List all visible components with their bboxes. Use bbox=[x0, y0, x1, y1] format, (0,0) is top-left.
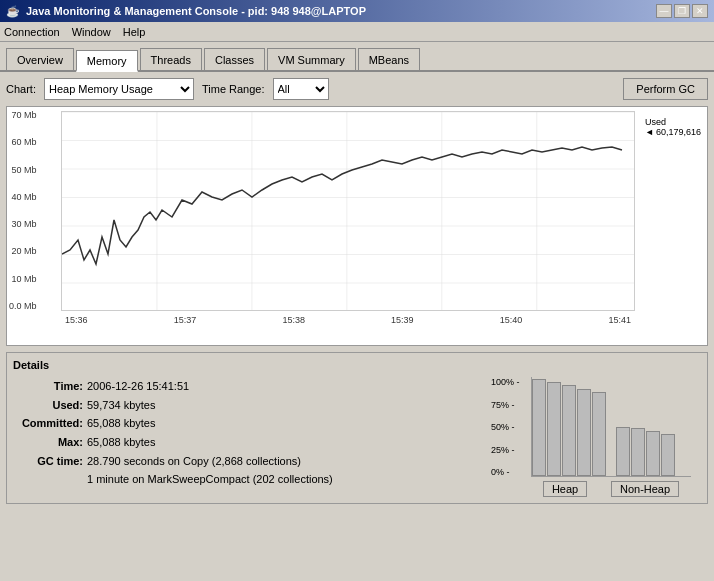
chart-legend: Used ◄ 60,179,616 bbox=[645, 117, 701, 137]
details-bar-charts: 100% - 75% - 50% - 25% - 0% - bbox=[481, 377, 701, 497]
window-title: Java Monitoring & Management Console - p… bbox=[26, 5, 366, 17]
tab-mbeans[interactable]: MBeans bbox=[358, 48, 420, 70]
title-bar-left: ☕ Java Monitoring & Management Console -… bbox=[6, 5, 366, 18]
menu-window[interactable]: Window bbox=[72, 26, 111, 38]
detail-gctime-label: GC time: bbox=[13, 452, 83, 471]
memory-line bbox=[62, 147, 622, 264]
x-label-1537: 15:37 bbox=[174, 315, 197, 325]
detail-max-label: Max: bbox=[13, 433, 83, 452]
heap-bar-4 bbox=[577, 389, 591, 476]
legend-value: 60,179,616 bbox=[656, 127, 701, 137]
tab-overview[interactable]: Overview bbox=[6, 48, 74, 70]
details-info: Time: 2006-12-26 15:41:51 Used: 59,734 k… bbox=[13, 377, 471, 497]
tab-vm-summary[interactable]: VM Summary bbox=[267, 48, 356, 70]
y-label-70: 70 Mb bbox=[9, 111, 41, 120]
detail-gctime2-label bbox=[13, 470, 83, 489]
legend-value-row: ◄ 60,179,616 bbox=[645, 127, 701, 137]
non-heap-bar-1 bbox=[616, 427, 630, 477]
detail-committed-label: Committed: bbox=[13, 414, 83, 433]
detail-gctime2-row: 1 minute on MarkSweepCompact (202 collec… bbox=[13, 470, 471, 489]
non-heap-bar-4 bbox=[661, 434, 675, 476]
detail-time-label: Time: bbox=[13, 377, 83, 396]
close-button[interactable]: ✕ bbox=[692, 4, 708, 18]
title-bar-controls: — ❐ ✕ bbox=[656, 4, 708, 18]
detail-used-row: Used: 59,734 kbytes bbox=[13, 396, 471, 415]
heap-bar-1 bbox=[532, 379, 546, 476]
heap-memory-chart: 70 Mb 60 Mb 50 Mb 40 Mb 30 Mb 20 Mb 10 M… bbox=[6, 106, 708, 346]
pct-100: 100% - bbox=[491, 377, 529, 387]
detail-max-row: Max: 65,088 kbytes bbox=[13, 433, 471, 452]
detail-committed-value: 65,088 kbytes bbox=[87, 414, 156, 433]
tab-classes[interactable]: Classes bbox=[204, 48, 265, 70]
detail-gctime-row: GC time: 28.790 seconds on Copy (2,868 c… bbox=[13, 452, 471, 471]
title-bar: ☕ Java Monitoring & Management Console -… bbox=[0, 0, 714, 22]
heap-bar-3 bbox=[562, 385, 576, 476]
restore-button[interactable]: ❐ bbox=[674, 4, 690, 18]
details-content: Time: 2006-12-26 15:41:51 Used: 59,734 k… bbox=[13, 377, 701, 497]
detail-committed-row: Committed: 65,088 kbytes bbox=[13, 414, 471, 433]
pct-50: 50% - bbox=[491, 422, 529, 432]
pct-75: 75% - bbox=[491, 400, 529, 410]
detail-used-value: 59,734 kbytes bbox=[87, 396, 156, 415]
y-label-50: 50 Mb bbox=[9, 166, 41, 175]
detail-used-label: Used: bbox=[13, 396, 83, 415]
perform-gc-button[interactable]: Perform GC bbox=[623, 78, 708, 100]
chart-select[interactable]: Heap Memory UsageNon-Heap Memory UsageMe… bbox=[44, 78, 194, 100]
y-label-40: 40 Mb bbox=[9, 193, 41, 202]
chart-svg bbox=[61, 111, 635, 311]
tab-memory[interactable]: Memory bbox=[76, 50, 138, 72]
non-heap-label-button[interactable]: Non-Heap bbox=[611, 481, 679, 497]
y-label-60: 60 Mb bbox=[9, 138, 41, 147]
chart-label: Chart: bbox=[6, 83, 36, 95]
time-range-select[interactable]: All1 min2 min5 min10 min15 min30 min1 ho… bbox=[273, 78, 329, 100]
menu-help[interactable]: Help bbox=[123, 26, 146, 38]
x-label-1539: 15:39 bbox=[391, 315, 414, 325]
tab-threads[interactable]: Threads bbox=[140, 48, 202, 70]
chart-toolbar: Chart: Heap Memory UsageNon-Heap Memory … bbox=[6, 78, 708, 100]
detail-time-row: Time: 2006-12-26 15:41:51 bbox=[13, 377, 471, 396]
minimize-button[interactable]: — bbox=[656, 4, 672, 18]
pct-0: 0% - bbox=[491, 467, 529, 477]
heap-bar-2 bbox=[547, 382, 561, 476]
bar-buttons: Heap Non-Heap bbox=[531, 481, 691, 497]
heap-label-button[interactable]: Heap bbox=[543, 481, 587, 497]
content-area: Chart: Heap Memory UsageNon-Heap Memory … bbox=[0, 72, 714, 510]
app-icon: ☕ bbox=[6, 5, 20, 18]
detail-gctime-value: 28.790 seconds on Copy (2,868 collection… bbox=[87, 452, 301, 471]
heap-bar-5 bbox=[592, 392, 606, 476]
x-label-1540: 15:40 bbox=[500, 315, 523, 325]
time-range-label: Time Range: bbox=[202, 83, 265, 95]
y-label-30: 30 Mb bbox=[9, 220, 41, 229]
details-title: Details bbox=[13, 359, 701, 371]
detail-time-value: 2006-12-26 15:41:51 bbox=[87, 377, 189, 396]
x-label-1541: 15:41 bbox=[608, 315, 631, 325]
detail-gctime2-value: 1 minute on MarkSweepCompact (202 collec… bbox=[87, 470, 333, 489]
menu-connection[interactable]: Connection bbox=[4, 26, 60, 38]
legend-arrow: ◄ bbox=[645, 127, 654, 137]
heap-bars bbox=[532, 377, 608, 476]
non-heap-bar-2 bbox=[631, 428, 645, 476]
non-heap-bar-3 bbox=[646, 431, 660, 476]
pct-25: 25% - bbox=[491, 445, 529, 455]
y-label-20: 20 Mb bbox=[9, 247, 41, 256]
legend-label: Used bbox=[645, 117, 701, 127]
non-heap-bars bbox=[616, 377, 692, 476]
x-label-1536: 15:36 bbox=[65, 315, 88, 325]
details-panel: Details Time: 2006-12-26 15:41:51 Used: … bbox=[6, 352, 708, 504]
tab-bar: Overview Memory Threads Classes VM Summa… bbox=[0, 42, 714, 72]
detail-max-value: 65,088 kbytes bbox=[87, 433, 156, 452]
x-label-1538: 15:38 bbox=[282, 315, 305, 325]
menu-bar: Connection Window Help bbox=[0, 22, 714, 42]
y-label-0: 0.0 Mb bbox=[9, 302, 41, 311]
y-label-10: 10 Mb bbox=[9, 275, 41, 284]
